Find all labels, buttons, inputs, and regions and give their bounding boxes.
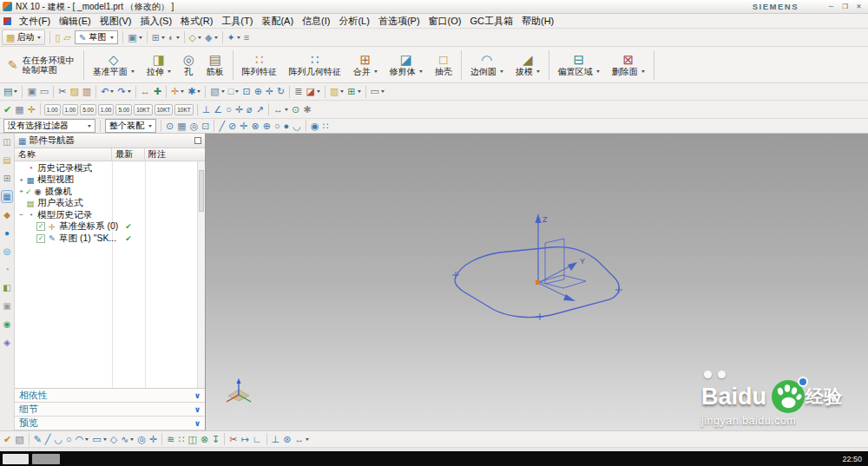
circle-snap-icon[interactable]: ○ [224,102,233,117]
intersection-point-icon[interactable]: ⊗ [199,432,210,447]
hd3d-tools-icon[interactable]: ● [3,227,10,239]
vector-snap-icon[interactable]: ↗ [254,102,266,117]
snap-arc-center-icon[interactable]: ⊕ [261,119,273,134]
panel-undock-icon[interactable] [194,137,201,144]
menu-button-icon[interactable]: ▤ [2,84,19,99]
show-hide-icon[interactable]: ◐ [167,30,181,45]
menu-item-information[interactable]: 信息(I) [298,15,334,28]
hole-button[interactable]: ◎孔 [177,47,201,82]
studio-spline-icon[interactable]: ∿ [119,432,135,447]
manage-icon[interactable]: ▣ [2,300,11,312]
shell-button[interactable]: □抽壳 [429,47,458,82]
section-dependencies[interactable]: 相依性∨ [15,389,205,403]
navigator-row-model-views[interactable]: +▦模型视图 [15,174,205,187]
navigator-row-model-history[interactable]: −◔模型历史记录 [15,209,205,221]
process-studio-icon[interactable]: ◧ [2,282,11,293]
visibility-checkbox[interactable]: ✓ [36,234,45,243]
datum-csys-icon[interactable]: ✛ [169,84,186,99]
rib-button[interactable]: ▤筋板 [201,47,230,82]
offset-curve-icon[interactable]: ≋ [165,432,176,447]
angle-snap-icon[interactable]: ∠ [212,102,224,117]
view-triad-icon[interactable] [218,375,258,410]
snap-value-chip[interactable]: 5.00 [80,104,96,115]
profile-icon[interactable]: ✎ [32,432,43,447]
assembly-navigator-icon[interactable]: ▤ [2,154,11,166]
selection-filter-combo[interactable]: 没有选择过滤器 [3,119,95,133]
delete-face-button[interactable]: ⊠删除面 [606,47,651,82]
snap-enable-icon[interactable]: ✔ [2,102,13,117]
general-selection-icon[interactable]: ◎ [188,119,201,134]
line-icon[interactable]: ╱ [43,432,53,447]
new-file-icon[interactable]: ▯ [53,30,62,45]
measure-distance-icon[interactable]: ↔ [139,84,152,99]
snap-mid-point-icon[interactable]: ⊘ [227,119,238,134]
cut-icon[interactable]: ✂ [56,84,68,99]
snap-control-point-icon[interactable]: ✛ [238,119,249,134]
menu-item-tools[interactable]: 工具(T) [217,15,257,28]
fit-view-icon[interactable]: ⊡ [240,84,252,99]
menu-item-preferences[interactable]: 首选项(P) [374,15,424,28]
rendering-style-icon[interactable]: ◆ [203,30,219,45]
select-all-icon[interactable]: ▦ [175,119,187,134]
circle-icon[interactable]: ○ [64,432,74,447]
perpendicular-snap-icon[interactable]: ⊥ [201,102,213,117]
ellipse-icon[interactable]: ◎ [135,432,148,447]
menu-item-window[interactable]: 窗口(O) [424,15,466,28]
grid-display-icon[interactable]: ▦ [13,102,25,117]
navigator-row-history-mode[interactable]: ◔历史记录模式 [15,162,205,174]
sketch-origin-point[interactable] [536,280,540,285]
snap-value-chip[interactable]: 1.00 [44,104,61,115]
column-header-1[interactable]: 名称 [15,148,112,161]
graphics-viewport[interactable]: Z Y [206,134,868,430]
shaded-with-edges-icon[interactable]: ▧ [208,84,226,99]
column-header-2[interactable]: 最新 [112,148,145,161]
quick-extend-icon[interactable]: ↦ [240,432,251,447]
mirror-curve-icon[interactable]: ◫ [186,432,198,447]
section-preview[interactable]: 预览∨ [15,417,205,430]
menu-item-help[interactable]: 帮助(H) [517,15,558,28]
snap-end-point-icon[interactable]: ╱ [217,119,227,134]
snap-value-chip[interactable]: 1.00 [62,104,79,115]
quick-trim-icon[interactable]: ✂ [227,432,239,447]
menu-item-analysis[interactable]: 分析(L) [334,15,373,28]
region-select-icon[interactable]: ⊡ [200,119,211,134]
system-materials-icon[interactable]: ◈ [3,337,11,348]
part-navigator-icon[interactable]: ▦ [2,191,11,202]
point-snap-icon[interactable]: ✛ [233,102,245,117]
layer-settings-icon[interactable]: ≣ [293,84,304,99]
display-constraints-icon[interactable]: ✱ [301,102,312,117]
redo-icon[interactable]: ↷ [115,84,132,99]
geometric-constraints-icon[interactable]: ⊥ [270,432,282,447]
snap-value-chip[interactable]: 10KT [134,104,153,115]
wave-geometry-linker-icon[interactable]: ⊞ [345,84,362,99]
chevron-down-icon[interactable]: ∨ [194,391,201,400]
menu-item-edit[interactable]: 编辑(E) [55,15,95,28]
taskbar-app-button[interactable] [32,454,60,464]
extrude-button[interactable]: ◨拉伸 [141,47,177,82]
full-screen-icon[interactable]: ▭ [38,84,50,99]
visibility-checkbox[interactable]: ✓ [36,222,45,231]
chevron-down-icon[interactable]: ∨ [194,419,201,428]
point-icon[interactable]: ✱ [186,84,202,99]
selection-scope-combo[interactable]: 整个装配 [105,119,156,133]
datum-plane-button[interactable]: ◇基准平面 [87,47,141,82]
snap-point-on-face-icon[interactable]: ◉ [309,119,321,134]
constraint-navigator-icon[interactable]: ⊞ [3,173,11,184]
unite-button[interactable]: ⊞合并 [347,47,384,82]
minimize-button[interactable]: ─ [825,2,838,12]
snap-quadrant-icon[interactable]: ○ [273,119,282,134]
chevron-down-icon[interactable]: ∨ [194,405,201,414]
open-file-icon[interactable]: ▱ [62,30,72,45]
snap-bounded-grid-icon[interactable]: ∷ [320,119,330,134]
expander-icon[interactable]: + [17,187,25,195]
history-icon[interactable]: ◔ [3,264,10,275]
snap-value-chip[interactable]: 5.00 [115,104,132,115]
resource-bar-pin-icon[interactable]: ◫ [2,136,11,148]
menu-item-assemblies[interactable]: 装配(A) [257,15,298,28]
web-browser-icon[interactable]: ◎ [3,246,12,257]
rotate-view-icon[interactable]: ↻ [275,84,286,99]
menu-item-insert[interactable]: 插入(S) [135,15,176,28]
display-part-icon[interactable]: ▣ [126,30,143,45]
window-switch-icon[interactable]: ▭ [369,84,386,99]
offset-region-button[interactable]: ⊟偏置区域 [552,47,606,82]
